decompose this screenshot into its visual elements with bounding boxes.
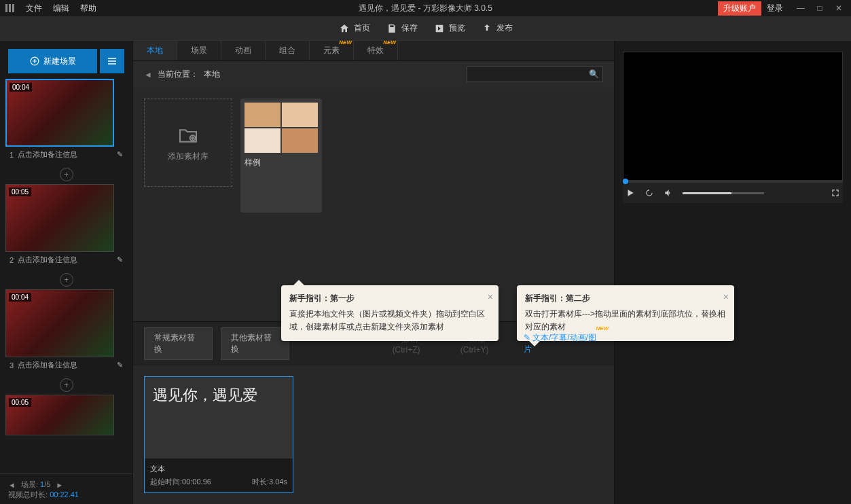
scene-item-3[interactable]: 00:04 3点击添加备注信息✎ 🗑⧉ [5,289,127,373]
app-logo-icon [5,4,18,12]
scroll-left-icon[interactable]: ◄ [8,481,16,489]
scene-list: 00:04 1点击添加备注信息✎ 🗑⧉ + 00:05 2点击添加备注信息✎ 🗑… [0,79,132,473]
menu-help[interactable]: 帮助 [80,3,96,14]
asset-folder-sample[interactable]: 样例 [240,98,322,213]
home-button[interactable]: 首页 [339,22,370,34]
search-icon[interactable]: 🔍 [589,69,599,79]
search-input[interactable] [467,67,603,82]
titlebar: 文件 编辑 帮助 遇见你，遇见爱 - 万彩影像大师 3.0.5 升级账户 登录 … [0,0,851,16]
replace-tab-normal[interactable]: 常规素材替换 [144,327,213,360]
center-panel: 本地 场景 动画 组合 元素NEW 特效NEW ◄ 当前位置： 本地 🔍 添加素… [132,41,615,504]
tab-local[interactable]: 本地 [133,41,177,60]
edit-icon[interactable]: ✎ [117,361,123,370]
fullscreen-icon[interactable] [831,188,840,198]
scene-item-2[interactable]: 00:05 2点击添加备注信息✎ 🗑⧉ [5,184,127,268]
main-toolbar: 首页 保存 预览 发布 [0,16,851,41]
menu-edit[interactable]: 编辑 [53,3,69,14]
sort-button[interactable] [100,49,124,73]
menu-file[interactable]: 文件 [26,3,42,14]
close-icon[interactable]: ✕ [832,3,846,13]
tab-effect[interactable]: 特效NEW [354,41,398,60]
add-scene-between[interactable]: + [5,168,127,181]
breadcrumb-label: 当前位置： [158,69,198,80]
add-scene-between[interactable]: + [5,378,127,392]
clip-preview-text: 遇见你，遇见爱 [145,377,293,458]
edit-icon[interactable]: ✎ [117,255,123,264]
save-button[interactable]: 保存 [386,22,418,34]
asset-tabs: 本地 场景 动画 组合 元素NEW 特效NEW [133,41,614,61]
upgrade-button[interactable]: 升级账户 [718,1,761,16]
tutorial-tip-1: × 新手指引：第一步 直接把本地文件夹（图片或视频文件夹）拖动到空白区域，创建素… [281,285,499,341]
edit-icon[interactable]: ✎ [117,150,123,159]
window-title: 遇见你，遇见爱 - 万彩影像大师 3.0.5 [359,3,492,14]
loop-icon[interactable] [645,188,654,198]
add-library-button[interactable]: 添加素材库 [144,98,232,187]
tab-combo[interactable]: 组合 [266,41,310,60]
preview-panel [615,41,851,504]
maximize-icon[interactable]: □ [813,3,827,13]
new-scene-button[interactable]: 新建场景 [8,49,97,73]
breadcrumb-path: 本地 [204,69,220,80]
tip-close-icon[interactable]: × [488,289,493,304]
scene-item-4[interactable]: 00:05 🗑⧉ [5,395,127,435]
tab-animation[interactable]: 动画 [221,41,266,60]
tab-scene[interactable]: 场景 [177,41,221,60]
tab-element[interactable]: 元素NEW [310,41,354,60]
volume-icon[interactable] [664,188,673,198]
text-subtitle-link[interactable]: ✎ 文本/字幕/动画/图片NEW [524,332,603,355]
clip-type-label: 文本 [150,464,287,474]
video-preview [623,52,843,181]
publish-button[interactable]: 发布 [482,22,513,34]
volume-slider[interactable] [683,192,764,194]
scene-panel: 新建场景 00:04 1点击添加备注信息✎ 🗑⧉ + 00:05 2点击添加备注… [0,41,132,504]
progress-bar[interactable] [623,181,843,183]
minimize-icon[interactable]: — [794,3,808,13]
play-icon[interactable] [626,188,635,198]
scene-item-1[interactable]: 00:04 1点击添加备注信息✎ 🗑⧉ [5,79,127,162]
scroll-right-icon[interactable]: ► [56,481,63,489]
add-scene-between[interactable]: + [5,273,127,287]
login-button[interactable]: 登录 [767,3,783,14]
preview-button[interactable]: 预览 [434,22,465,34]
tip-close-icon[interactable]: × [723,289,729,304]
clip-item[interactable]: 遇见你，遇见爱 文本 起始时间:00:00.96 时长:3.04s [144,376,293,493]
back-icon[interactable]: ◄ [144,70,152,79]
replace-tab-other[interactable]: 其他素材替换 [221,327,289,360]
